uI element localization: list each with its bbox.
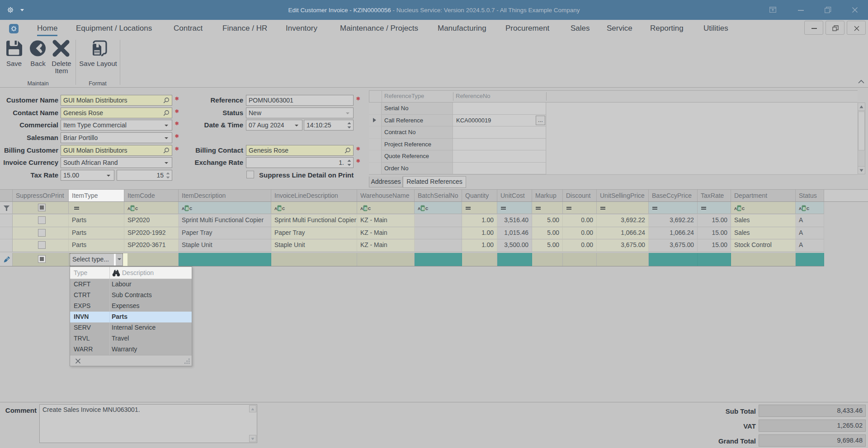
svg-text:B: B bbox=[132, 206, 134, 211]
svg-text:B: B bbox=[803, 206, 806, 211]
svg-text:A: A bbox=[360, 206, 363, 211]
svg-text:A: A bbox=[734, 206, 737, 211]
svg-text:A: A bbox=[182, 206, 184, 211]
svg-text:B: B bbox=[422, 206, 425, 211]
svg-text:B: B bbox=[278, 206, 281, 211]
svg-text:C: C bbox=[807, 206, 809, 211]
svg-text:A: A bbox=[274, 206, 277, 211]
svg-text:A: A bbox=[799, 206, 802, 211]
svg-text:B: B bbox=[364, 206, 367, 211]
svg-text:C: C bbox=[189, 206, 192, 211]
svg-text:C: C bbox=[368, 206, 371, 211]
svg-text:C: C bbox=[135, 206, 138, 211]
svg-text:B: B bbox=[186, 206, 189, 211]
svg-text:C: C bbox=[282, 206, 285, 211]
svg-text:A: A bbox=[418, 206, 420, 211]
svg-text:A: A bbox=[127, 206, 130, 211]
svg-text:C: C bbox=[742, 206, 745, 211]
svg-text:B: B bbox=[738, 206, 741, 211]
svg-text:C: C bbox=[425, 206, 428, 211]
